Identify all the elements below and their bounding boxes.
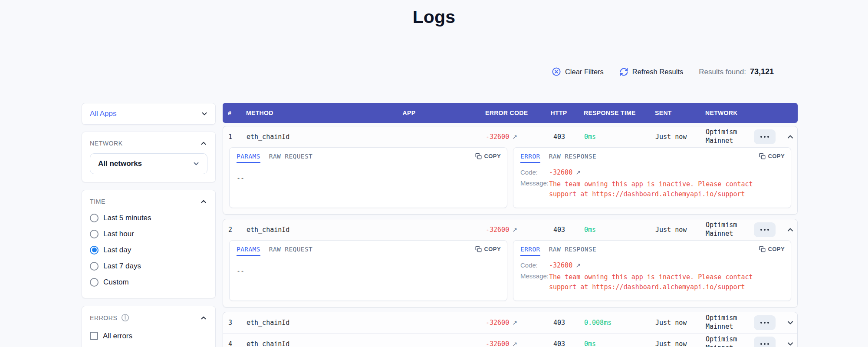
external-link-icon: ↗ [512,319,517,326]
results-toolbar: Clear Filters Refresh Results Results fo… [552,63,774,80]
row-sent: Just now [650,319,699,327]
log-row[interactable]: 1 eth_chainId -32600↗ 403 0ms Just now O… [223,126,797,147]
network-select-value: All networks [98,159,142,168]
col-header-method: METHOD [243,109,336,116]
refresh-results-label: Refresh Results [632,68,683,76]
chevron-down-icon [201,110,208,118]
row-error-code-link[interactable]: -32600↗ [482,133,541,141]
row-sent: Just now [650,226,699,234]
time-option-label: Last day [103,246,131,254]
request-panel: PARAMS RAW REQUEST COPY -- [229,147,507,208]
tab-error[interactable]: ERROR [520,153,540,163]
row-num: 2 [223,226,243,234]
row-network: Optimism Mainnet [699,221,749,238]
time-option-label: Last 5 minutes [103,214,151,222]
row-actions-button[interactable] [754,129,776,144]
time-section-header[interactable]: TIME [90,198,207,205]
log-row[interactable]: 2 eth_chainId -32600↗ 403 0ms Just now O… [223,219,797,240]
all-errors-option[interactable]: All errors [90,328,207,344]
row-sent: Just now [650,340,699,347]
row-http-status: 403 [541,133,578,141]
network-filter-card: NETWORK All networks [82,132,216,182]
tab-raw-request[interactable]: RAW REQUEST [269,246,312,256]
external-link-icon: ↗ [512,133,517,140]
copy-request-button[interactable]: COPY [475,246,501,252]
time-options: Last 5 minutes Last hour Last day Last 7… [90,210,207,290]
chevron-up-icon [200,139,207,147]
tab-error[interactable]: ERROR [520,246,540,256]
external-link-icon: ↗ [512,226,517,233]
row-actions-button[interactable] [754,222,776,237]
col-header-app: APP [336,109,482,116]
copy-response-button[interactable]: COPY [759,153,785,159]
row-error-code-link[interactable]: -32600↗ [482,340,541,347]
collapse-chevron-icon[interactable] [786,225,795,234]
copy-request-button[interactable]: COPY [475,153,501,159]
errors-section-header[interactable]: ERRORS [90,314,207,322]
time-option-custom[interactable]: Custom [90,274,207,290]
expand-chevron-icon[interactable] [786,340,795,347]
all-errors-label: All errors [103,332,132,340]
col-header-num: # [223,109,243,116]
expand-chevron-icon[interactable] [786,318,795,327]
row-http-status: 403 [541,340,578,347]
row-network: Optimism Mainnet [699,314,749,331]
collapse-chevron-icon[interactable] [786,132,795,141]
checkbox-icon[interactable] [90,332,98,340]
col-header-error-code: ERROR CODE [482,109,540,116]
message-label: Message: [520,272,549,280]
network-select[interactable]: All networks [90,153,207,174]
code-label: Code: [520,169,549,176]
time-option-label: Last hour [103,230,134,238]
row-actions-button[interactable] [754,315,776,330]
log-row[interactable]: 4 eth_chainId -32600↗ 403 0ms Just now O… [223,334,797,347]
row-method: eth_chainId [243,133,337,141]
info-icon[interactable] [121,314,129,322]
tab-raw-response[interactable]: RAW RESPONSE [549,153,597,163]
logs-page: Logs Clear Filters Refresh Results [0,0,868,347]
row-error-code-link[interactable]: -32600↗ [482,226,541,234]
time-section-title: TIME [90,198,105,205]
row-response-time: 0.008ms [578,319,650,327]
row-sent: Just now [650,133,699,141]
time-option-last-5-minutes[interactable]: Last 5 minutes [90,210,207,226]
radio-icon[interactable] [90,230,99,238]
tab-params[interactable]: PARAMS [237,246,260,256]
clear-filters-label: Clear Filters [565,68,604,76]
time-option-last-day[interactable]: Last day [90,242,207,258]
radio-icon[interactable] [90,278,99,287]
table-header-row: # METHOD APP ERROR CODE HTTP RESPONSE TI… [223,103,798,123]
radio-selected-icon[interactable] [90,246,99,254]
radio-icon[interactable] [90,262,99,271]
time-option-label: Last 7 days [103,262,141,271]
copy-icon [475,246,482,252]
external-link-icon: ↗ [512,340,517,347]
row-response-time: 0ms [578,340,650,347]
tab-raw-request[interactable]: RAW REQUEST [269,153,312,163]
clear-filters-icon [552,67,561,76]
log-row[interactable]: 3 eth_chainId -32600↗ 403 0.008ms Just n… [223,312,797,333]
code-label: Code: [520,261,549,269]
refresh-results-button[interactable]: Refresh Results [619,67,683,76]
row-actions-button[interactable] [754,337,776,347]
tab-raw-response[interactable]: RAW RESPONSE [549,246,597,256]
error-message-value: The team owning this app is inactive. Pl… [549,179,768,199]
row-num: 1 [223,133,243,141]
clear-filters-button[interactable]: Clear Filters [552,67,604,76]
external-link-icon: ↗ [575,169,581,176]
radio-icon[interactable] [90,214,99,222]
copy-response-button[interactable]: COPY [759,246,785,252]
network-section-title: NETWORK [90,140,123,147]
time-option-last-7-days[interactable]: Last 7 days [90,258,207,274]
row-error-code-link[interactable]: -32600↗ [482,319,541,327]
error-code-link[interactable]: -32600↗ [549,169,581,176]
error-code-link[interactable]: -32600↗ [549,261,581,269]
time-option-last-hour[interactable]: Last hour [90,226,207,242]
tab-params[interactable]: PARAMS [237,153,260,163]
copy-icon [759,246,766,252]
apps-filter-dropdown[interactable]: All Apps [82,103,216,125]
network-section-header[interactable]: NETWORK [90,139,207,147]
chevron-down-icon [192,160,200,168]
request-panel: PARAMS RAW REQUEST COPY -- [229,240,507,301]
apps-filter-value: All Apps [90,109,116,118]
